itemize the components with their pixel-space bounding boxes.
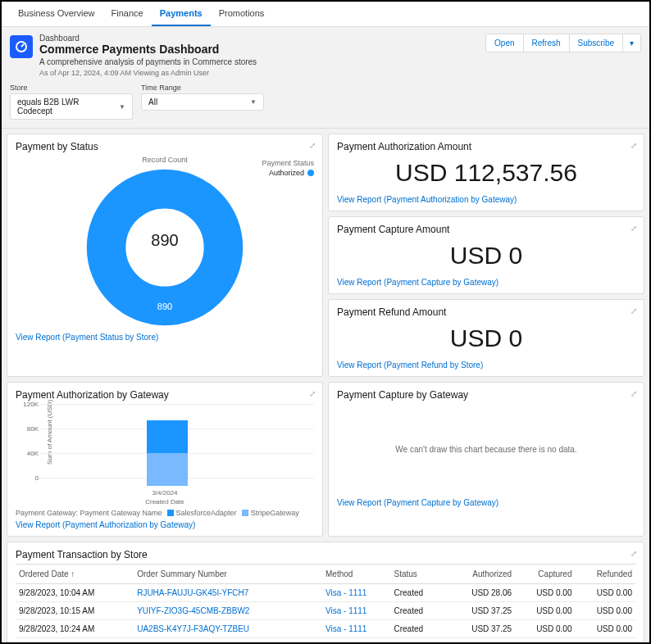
table-cell: USD 28.06 [442,584,515,602]
view-report-link[interactable]: View Report (Payment Refund by Store) [337,361,483,370]
page-meta: As of Apr 12, 2024, 4:09 AM Viewing as A… [39,69,257,77]
card-title: Payment by Status [16,141,314,152]
metric-value: USD 0 [337,321,635,357]
table-cell: USD 0.00 [575,620,635,638]
table-cell: Created [390,584,441,602]
legend-prefix: Payment Gateway: Payment Gateway Name [16,509,162,517]
expand-icon[interactable]: ⤢ [309,141,316,150]
expand-icon[interactable]: ⤢ [309,389,316,398]
legend-item-label: StripeGateway [251,509,299,517]
table-cell: 9/28/2023, 10:15 AM [16,602,134,620]
card-auth-amount: ⤢ Payment Authorization Amount USD 112,5… [328,134,644,211]
card-payment-by-status: ⤢ Payment by Status Payment Status Autho… [7,134,323,377]
more-actions-button[interactable]: ▾ [622,34,641,52]
table-cell: 5NETC-R3VNY-BKDY4-RHLHL [134,638,322,645]
card-capture-by-gateway: ⤢ Payment Capture by Gateway We can't dr… [328,382,644,537]
tab-finance[interactable]: Finance [103,2,152,26]
y-tick: 0 [22,474,39,482]
page-title: Commerce Payments Dashboard [39,43,257,56]
dashboard-icon [10,35,33,58]
table-header[interactable]: Order Summary Number [134,565,322,584]
table-cell: USD 0.00 [575,638,635,645]
table-cell: USD 37.25 [442,602,515,620]
table-row: 9/28/2023, 10:24 AMUA2BS-K4Y7J-F3AQY-TZB… [16,620,635,638]
table-cell-link[interactable]: UA2BS-K4Y7J-F3AQY-TZBEU [137,624,249,633]
card-title: Payment Transaction by Store [16,549,635,560]
card-capture-amount: ⤢ Payment Capture Amount USD 0 View Repo… [328,216,644,294]
card-refund-amount: ⤢ Payment Refund Amount USD 0 View Repor… [328,299,644,377]
transactions-table: Ordered Date ↑Order Summary NumberMethod… [16,564,635,644]
top-tabs: Business Overview Finance Payments Promo… [2,2,649,27]
view-report-link[interactable]: View Report (Payment Authorization by Ga… [337,195,517,204]
y-axis-label: Sum of Amount (USD) [46,400,53,465]
card-title: Payment Capture Amount [337,224,635,235]
table-header[interactable]: Ordered Date ↑ [16,565,134,584]
table-cell-link[interactable]: Visa - 1111 [326,606,366,615]
table-cell-link[interactable]: Visa - 1111 [326,588,366,597]
filter-store-value: equals B2B LWR Codecept [17,98,112,116]
filter-timerange-select[interactable]: All ▼ [141,93,264,111]
table-cell: USD 0.00 [515,638,575,645]
header-actions: Open Refresh Subscribe ▾ [486,34,641,52]
filter-timerange-label: Time Range [141,84,264,92]
table-header[interactable]: Method [322,565,390,584]
tab-promotions[interactable]: Promotions [211,2,273,26]
expand-icon[interactable]: ⤢ [631,389,637,398]
table-row: 9/28/2023, 10:15 AMYUIYF-ZIO3G-45CMB-ZBB… [16,602,635,620]
view-report-link[interactable]: View Report (Payment Capture by Gateway) [337,278,498,287]
table-cell: Visa - 1111 [322,638,390,645]
no-data-message: We can't draw this chart because there i… [337,404,635,495]
legend-item-label: SalesforceAdapter [176,509,237,517]
record-count-label: Record Count [142,156,188,164]
table-row: 9/28/2023, 10:24 AM5NETC-R3VNY-BKDY4-RHL… [16,638,635,645]
donut-center-value: 890 [16,231,314,250]
table-cell-link[interactable]: Visa - 1111 [326,624,366,633]
table-header[interactable]: Refunded [575,565,635,584]
subscribe-button[interactable]: Subscribe [569,34,623,52]
tab-business-overview[interactable]: Business Overview [10,2,103,26]
table-cell: USD 0.00 [515,602,575,620]
view-report-link[interactable]: View Report (Payment Capture by Gateway) [337,498,498,507]
x-tick-label: 3/4/2024 [16,489,314,497]
y-tick: 40K [22,450,39,457]
refresh-button[interactable]: Refresh [523,34,570,52]
table-cell: Visa - 1111 [322,584,390,602]
table-header[interactable]: Captured [515,565,575,584]
table-header[interactable]: Status [390,565,441,584]
bar-segment-salesforce [147,420,188,453]
table-cell: Created [390,602,441,620]
table-cell: 9/28/2023, 10:24 AM [16,620,134,638]
metric-value: USD 0 [337,238,635,274]
table-cell: Visa - 1111 [322,602,390,620]
table-cell: Created [390,638,441,645]
x-axis-label: Created Date [16,498,314,506]
expand-icon[interactable]: ⤢ [631,549,637,558]
table-cell: Created [390,620,441,638]
table-cell: Visa - 1111 [322,620,390,638]
expand-icon[interactable]: ⤢ [631,224,637,233]
table-cell-link[interactable]: RJUHA-FAUJU-GK45I-YFCH7 [137,588,248,597]
table-cell: RJUHA-FAUJU-GK45I-YFCH7 [134,584,322,602]
table-cell-link[interactable]: YUIYF-ZIO3G-45CMB-ZBBW2 [137,606,249,615]
legend-swatch [242,510,248,516]
filter-store-select[interactable]: equals B2B LWR Codecept ▼ [10,93,133,120]
filter-store-label: Store [10,84,133,92]
bar-segment-stripe [147,453,188,486]
table-header[interactable]: Authorized [442,565,515,584]
page-subtitle: A comprehensive analysis of payments in … [39,57,257,66]
view-report-link[interactable]: View Report (Payment Status by Store) [16,333,158,342]
breadcrumb: Dashboard [39,34,257,43]
gateway-legend: Payment Gateway: Payment Gateway Name Sa… [16,509,314,517]
card-transactions: ⤢ Payment Transaction by Store Ordered D… [7,542,644,644]
table-cell: UA2BS-K4Y7J-F3AQY-TZBEU [134,620,322,638]
table-cell: USD 0.00 [515,584,575,602]
table-cell: USD 37.25 [442,620,515,638]
open-button[interactable]: Open [485,34,523,52]
table-cell: 9/28/2023, 10:24 AM [16,638,134,645]
table-cell: USD 0.00 [515,620,575,638]
tab-payments[interactable]: Payments [152,2,211,26]
expand-icon[interactable]: ⤢ [631,306,637,315]
card-title: Payment Authorization Amount [337,141,635,152]
expand-icon[interactable]: ⤢ [631,141,637,150]
view-report-link[interactable]: View Report (Payment Authorization by Ga… [16,520,195,529]
